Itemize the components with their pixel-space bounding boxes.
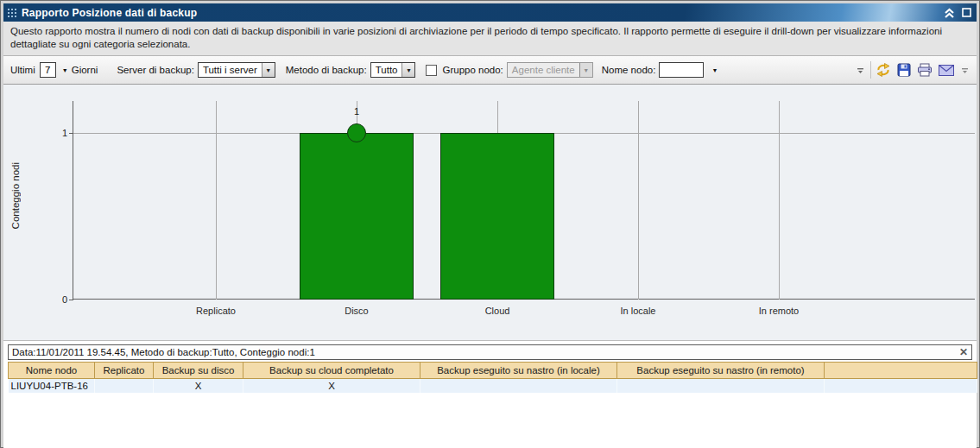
detail-info-text: Data:11/01/2011 19.54.45, Metodo di back… (12, 347, 315, 357)
maximize-icon[interactable] (962, 8, 971, 17)
page-title: Rapporto Posizione dati di backup (22, 7, 197, 19)
metodo-select-value: Tutto (371, 65, 402, 75)
column-header[interactable] (825, 363, 977, 379)
table-header-row: Nome nodoReplicatoBackup su discoBackup … (9, 363, 977, 379)
report-window: Rapporto Posizione dati di backup Questo… (0, 0, 980, 448)
column-header[interactable]: Backup su disco (154, 363, 243, 379)
days-dropdown-icon[interactable]: ▼ (62, 67, 68, 73)
column-header[interactable]: Backup eseguito su nastro (in locale) (420, 363, 617, 379)
server-label: Server di backup: (117, 65, 194, 75)
table-cell (95, 379, 154, 393)
nome-dropdown-icon[interactable]: ▼ (711, 67, 718, 73)
chart-bar[interactable] (300, 133, 414, 300)
chart-plot: 01ReplicatoDiscoCloudIn localeIn remoto1 (73, 101, 975, 300)
toolbar-overflow-icon[interactable] (961, 65, 969, 75)
toolbar-overflow-icon[interactable] (857, 65, 864, 75)
column-header[interactable]: Backup eseguito su nastro (in remoto) (617, 363, 825, 379)
table-cell: X (243, 379, 420, 393)
nome-nodo-input[interactable] (659, 62, 704, 78)
y-tick (69, 133, 73, 134)
detail-table: Nome nodoReplicatoBackup su discoBackup … (8, 362, 977, 393)
x-axis-category-label: In locale (578, 306, 699, 316)
data-point-label: 1 (354, 106, 359, 117)
v-gridline (638, 101, 639, 300)
x-axis-category-label: In remoto (718, 306, 839, 316)
table-cell (825, 379, 977, 393)
filter-toolbar: Ultimi ▼ Giorni Server di backup: Tutti … (3, 56, 977, 85)
data-point-marker[interactable] (347, 123, 366, 142)
table-cell: X (154, 379, 243, 393)
detail-panel: Data:11/01/2011 19.54.45, Metodo di back… (3, 341, 977, 448)
table-cell (420, 379, 617, 393)
chevron-down-icon: ▼ (579, 63, 592, 77)
y-tick-label: 1 (62, 128, 67, 138)
gruppo-checkbox[interactable] (426, 65, 437, 76)
close-icon[interactable]: ✕ (959, 346, 968, 358)
y-axis-label: Conteggio nodi (10, 162, 21, 229)
gruppo-label: Gruppo nodo: (442, 65, 503, 75)
y-tick-label: 0 (62, 294, 67, 305)
collapse-icon[interactable] (944, 8, 955, 18)
gruppo-select-value: Agente cliente (508, 65, 579, 75)
column-header[interactable]: Replicato (95, 363, 154, 379)
v-gridline (216, 101, 217, 300)
table-row[interactable]: LIUYU04-PTB-16XX (9, 379, 977, 393)
x-axis-category-label: Replicato (155, 306, 276, 316)
x-axis-category-label: Disco (296, 306, 417, 316)
save-icon[interactable] (897, 63, 911, 77)
refresh-icon[interactable] (876, 63, 891, 77)
gruppo-select: Agente cliente ▼ (507, 62, 593, 78)
server-select-value: Tutti i server (199, 65, 262, 75)
table-cell (617, 379, 825, 393)
email-icon[interactable] (939, 65, 954, 76)
column-header[interactable]: Nome nodo (9, 363, 95, 379)
title-bar: Rapporto Posizione dati di backup (3, 3, 977, 22)
table-cell: LIUYU04-PTB-16 (9, 379, 95, 393)
table-body: LIUYU04-PTB-16XX (9, 379, 977, 393)
chart-panel: Conteggio nodi 01ReplicatoDiscoCloudIn l… (3, 85, 977, 341)
giorni-label: Giorni (72, 65, 98, 75)
grid-icon (8, 9, 16, 17)
metodo-select[interactable]: Tutto ▼ (370, 62, 416, 78)
metodo-label: Metodo di backup: (286, 65, 367, 75)
server-select[interactable]: Tutti i server ▼ (198, 62, 275, 78)
v-gridline (779, 101, 780, 300)
chart-bar[interactable] (440, 133, 554, 300)
column-header[interactable]: Backup su cloud completato (243, 363, 420, 379)
y-tick (69, 300, 73, 300)
detail-info-bar: Data:11/01/2011 19.54.45, Metodo di back… (8, 344, 972, 360)
chevron-down-icon[interactable]: ▼ (401, 63, 414, 77)
x-axis-category-label: Cloud (437, 306, 558, 316)
ultimi-label: Ultimi (10, 65, 35, 75)
chevron-down-icon[interactable]: ▼ (262, 63, 275, 77)
days-input[interactable] (40, 62, 56, 78)
print-icon[interactable] (917, 63, 933, 77)
nome-label: Nome nodo: (602, 65, 656, 75)
report-description: Questo rapporto mostra il numero di nodi… (3, 22, 977, 56)
